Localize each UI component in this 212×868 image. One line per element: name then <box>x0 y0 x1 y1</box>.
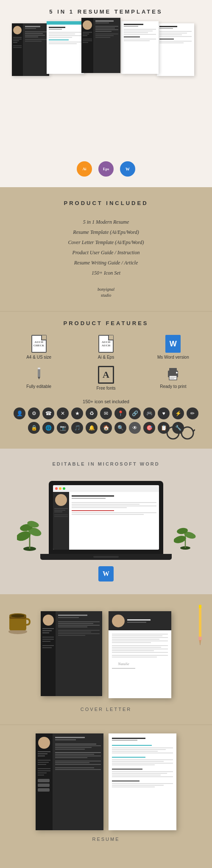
resume-card-dark-2 <box>36 733 103 830</box>
feature-a4-size: AUCHCHECK A4 & US size <box>8 335 69 360</box>
feature-editable-label: Fully editable <box>26 384 51 389</box>
resume-section: RESUME <box>0 725 212 850</box>
included-title: PRODUCT INCLUDED <box>8 200 204 206</box>
laptop <box>40 481 172 560</box>
list-item: Cover Letter Template (Ai/Eps/Word) <box>8 237 204 247</box>
icon-item: ⚡ <box>172 407 184 419</box>
plant-right <box>174 520 197 554</box>
font-icon: A <box>98 366 114 384</box>
icon-item: ♻ <box>86 407 98 419</box>
print-icon <box>165 366 181 382</box>
coffee-cup <box>5 607 33 638</box>
list-item: Resume Template (Ai/Eps/Word) <box>8 227 204 237</box>
features-grid: AUCHCHECK A4 & US size AUCHAUCH Ai & Eps… <box>8 335 204 390</box>
included-section: PRODUCT INCLUDED 5 in 1 Modern Resume Re… <box>0 187 212 311</box>
brand-logo: bonyignal studio <box>8 287 204 298</box>
feature-print: Ready to print <box>143 366 204 390</box>
word-icon: W <box>165 335 181 353</box>
glasses-decoration <box>165 425 195 440</box>
svg-marker-1 <box>38 377 40 379</box>
icon-item: 📍 <box>114 407 126 419</box>
feature-a4-label: A4 & US size <box>26 355 51 360</box>
feature-fonts-label: Free fonts <box>96 386 115 390</box>
icon-item: 🎯 <box>143 422 155 434</box>
feature-editable: Fully editable <box>8 366 69 390</box>
pencil-decoration <box>196 603 204 647</box>
list-item: 5 in 1 Modern Resume <box>8 217 204 227</box>
list-item: 150+ Icon Set <box>8 268 204 278</box>
cover-letter-card: Natalie <box>109 611 171 698</box>
template-card-2 <box>47 21 84 74</box>
resume-preview <box>8 733 204 830</box>
resume-card-dark <box>41 611 102 696</box>
feature-ai-eps: AUCHAUCH Ai & Eps <box>75 335 136 360</box>
icon-item: 🏠 <box>100 422 112 434</box>
icon-item: ★ <box>71 407 83 419</box>
list-item: Resume Writing Guide / Article <box>8 258 204 268</box>
template-card-3 <box>81 18 120 73</box>
icon-item: ♥ <box>158 407 170 419</box>
svg-line-13 <box>193 430 195 431</box>
features-section: PRODUCT FEATURES AUCHCHECK A4 & US size … <box>0 311 212 449</box>
icon-item: 👁 <box>129 422 141 434</box>
format-badges: Ai Eps W <box>0 161 212 177</box>
icon-item: 🎵 <box>71 422 83 434</box>
icon-item: 👤 <box>14 407 25 419</box>
icon-item: ☎ <box>42 407 54 419</box>
svg-rect-6 <box>170 377 176 378</box>
eps-badge: Eps <box>98 161 114 177</box>
icon-set-label: 150+ icon set included <box>8 399 204 404</box>
pencil-icon <box>31 366 47 382</box>
file-eps-icon: AUCHAUCH <box>98 335 114 353</box>
header-section: 5 IN 1 RESUME TEMPLATES <box>0 0 212 187</box>
svg-point-9 <box>167 427 179 439</box>
svg-rect-30 <box>199 605 201 637</box>
feature-ai-label: Ai & Eps <box>98 355 114 360</box>
word-title: EDITABLE IN MICROSOFT WORD <box>8 461 204 466</box>
brand-name: bonyignal <box>8 287 204 292</box>
svg-point-29 <box>11 614 25 618</box>
features-title: PRODUCT FEATURES <box>8 320 204 326</box>
templates-preview <box>0 21 212 87</box>
svg-rect-32 <box>198 637 202 640</box>
icon-item: 🔍 <box>114 422 126 434</box>
word-section: EDITABLE IN MICROSOFT WORD <box>0 449 212 594</box>
cover-section: Natalie COVER LETTER <box>0 594 212 725</box>
icon-item: ✏ <box>187 407 198 419</box>
list-item: Product User Guide / Instruction <box>8 247 204 258</box>
included-list: 5 in 1 Modern Resume Resume Template (Ai… <box>8 217 204 278</box>
icon-item: 🔒 <box>28 422 40 434</box>
icon-item: ⚙ <box>28 407 40 419</box>
icon-item: ✕ <box>57 407 69 419</box>
icon-item: 🌐 <box>42 422 54 434</box>
brand-sub: studio <box>8 292 204 298</box>
svg-rect-4 <box>169 368 177 371</box>
word-icon-badge: W <box>98 566 114 581</box>
svg-rect-31 <box>199 605 201 608</box>
feature-word: W Ms Word version <box>143 335 204 360</box>
feature-print-label: Ready to print <box>160 384 186 389</box>
svg-point-8 <box>176 372 178 374</box>
svg-rect-7 <box>170 378 174 379</box>
feature-word-label: Ms Word version <box>157 355 189 360</box>
word-badge: W <box>120 161 135 177</box>
feature-fonts: A Free fonts <box>75 366 136 390</box>
cover-letter-label: COVER LETTER <box>8 707 204 712</box>
word-badge-container: W <box>8 566 204 581</box>
icon-item: 🔗 <box>129 407 141 419</box>
icon-item: 🎮 <box>143 407 155 419</box>
svg-rect-0 <box>38 368 40 377</box>
icon-item: ✉ <box>100 407 112 419</box>
ai-badge: Ai <box>77 161 92 177</box>
resume-label: RESUME <box>8 837 204 842</box>
header-title: 5 IN 1 RESUME TEMPLATES <box>0 8 212 15</box>
svg-rect-5 <box>169 376 177 380</box>
cover-letter-preview: Natalie <box>8 611 204 698</box>
template-card-1 <box>12 23 49 76</box>
svg-line-12 <box>165 430 167 431</box>
plant-left <box>17 515 42 555</box>
icon-item: 🔔 <box>86 422 98 434</box>
svg-rect-2 <box>38 368 40 369</box>
template-card-5 <box>157 23 194 76</box>
template-card-4 <box>121 21 159 74</box>
